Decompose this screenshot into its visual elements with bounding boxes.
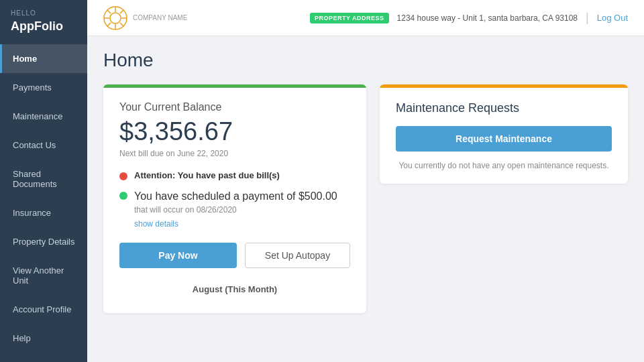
balance-card-body: Your Current Balance $3,356.67 Next bill… xyxy=(103,88,366,313)
property-address-badge: PROPERTY ADDRESS xyxy=(310,13,389,23)
attention-text: Attention: You have past due bill(s) xyxy=(134,170,280,180)
sidebar-item-account-profile[interactable]: Account Profile xyxy=(0,295,87,324)
maintenance-card: Maintenance Requests Request Maintenance… xyxy=(380,84,628,184)
sidebar-hello-label: HELLO xyxy=(0,0,87,19)
show-details-link[interactable]: show details xyxy=(134,219,178,229)
header-divider: | xyxy=(586,11,589,25)
balance-actions: Pay Now Set Up Autopay xyxy=(119,243,350,268)
maintenance-card-body: Maintenance Requests Request Maintenance… xyxy=(380,88,628,184)
attention-dot xyxy=(119,172,127,180)
scheduled-payment-row: You have scheduled a payment of $500.00 … xyxy=(119,190,350,229)
sidebar-item-view-another-unit[interactable]: View Another Unit xyxy=(0,256,87,295)
pay-now-button[interactable]: Pay Now xyxy=(119,243,237,268)
sidebar-item-insurance[interactable]: Insurance xyxy=(0,198,87,227)
setup-autopay-button[interactable]: Set Up Autopay xyxy=(245,243,350,268)
sidebar: HELLO AppFolio Home Payments Maintenance… xyxy=(0,0,87,362)
property-address-text: 1234 house way - Unit 1, santa barbara, … xyxy=(397,13,578,23)
logo-area: COMPANY NAME xyxy=(103,6,187,30)
logout-link[interactable]: Log Out xyxy=(597,13,628,23)
content-area: Home Your Current Balance $3,356.67 Next… xyxy=(87,36,644,362)
balance-card: Your Current Balance $3,356.67 Next bill… xyxy=(103,84,366,313)
sidebar-item-shared-documents[interactable]: Shared Documents xyxy=(0,160,87,198)
sidebar-app-name: AppFolio xyxy=(0,19,87,44)
sidebar-item-maintenance[interactable]: Maintenance xyxy=(0,102,87,131)
scheduled-payment-date: that will occur on 08/26/2020 xyxy=(134,205,337,215)
cards-row: Your Current Balance $3,356.67 Next bill… xyxy=(103,84,628,313)
month-label: August (This Month) xyxy=(119,279,350,300)
header: COMPANY NAME PROPERTY ADDRESS 1234 house… xyxy=(87,0,644,36)
balance-label: Your Current Balance xyxy=(119,101,350,113)
svg-line-9 xyxy=(107,22,111,26)
scheduled-dot xyxy=(119,192,127,200)
no-requests-text: You currently do not have any open maint… xyxy=(396,161,612,170)
scheduled-payment-info: You have scheduled a payment of $500.00 … xyxy=(134,190,337,229)
sidebar-item-contact-us[interactable]: Contact Us xyxy=(0,131,87,160)
company-logo xyxy=(103,6,127,30)
company-name: COMPANY NAME xyxy=(133,14,187,22)
header-right: PROPERTY ADDRESS 1234 house way - Unit 1… xyxy=(310,11,628,25)
svg-line-6 xyxy=(107,9,111,13)
sidebar-item-payments[interactable]: Payments xyxy=(0,73,87,102)
svg-line-8 xyxy=(120,9,124,13)
svg-line-7 xyxy=(120,22,124,26)
attention-alert-row: Attention: You have past due bill(s) xyxy=(119,170,350,180)
balance-amount: $3,356.67 xyxy=(119,117,350,146)
maintenance-title: Maintenance Requests xyxy=(396,101,612,115)
scheduled-payment-title: You have scheduled a payment of $500.00 xyxy=(134,190,337,204)
svg-point-1 xyxy=(110,13,121,23)
balance-due-date: Next bill due on June 22, 2020 xyxy=(119,149,350,158)
main-area: COMPANY NAME PROPERTY ADDRESS 1234 house… xyxy=(87,0,644,362)
request-maintenance-button[interactable]: Request Maintenance xyxy=(396,126,612,152)
sidebar-item-home[interactable]: Home xyxy=(0,44,87,73)
page-title: Home xyxy=(103,50,628,71)
sidebar-item-help[interactable]: Help xyxy=(0,324,87,353)
sidebar-item-property-details[interactable]: Property Details xyxy=(0,227,87,256)
